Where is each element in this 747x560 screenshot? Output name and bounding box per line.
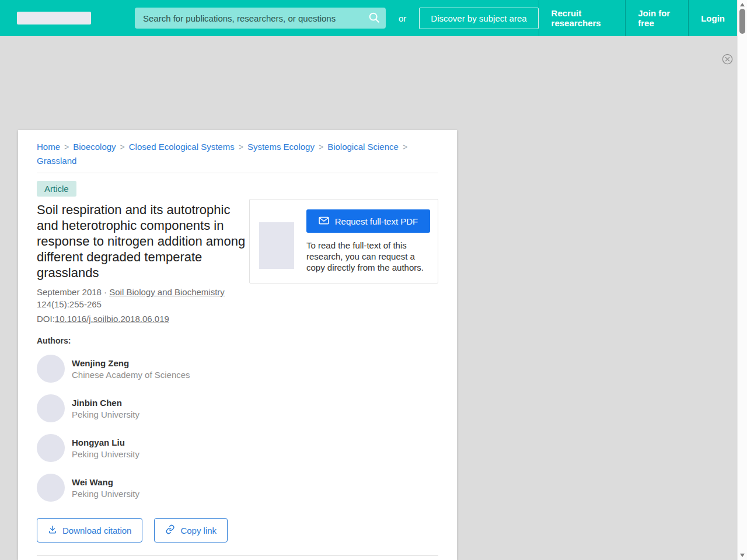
action-buttons: Download citation Copy link	[37, 518, 249, 542]
chevron-right-icon: >	[403, 142, 407, 152]
request-fulltext-card: Request full-text PDF To read the full-t…	[249, 199, 438, 284]
doi-label: DOI:	[37, 314, 55, 324]
search-button[interactable]	[365, 9, 383, 27]
search-box	[135, 8, 386, 29]
chevron-right-icon: >	[120, 142, 125, 152]
article-type-badge: Article	[37, 181, 76, 197]
copy-link-button[interactable]: Copy link	[154, 518, 228, 542]
avatar[interactable]	[37, 394, 65, 422]
download-icon	[48, 525, 57, 536]
request-fulltext-label: Request full-text PDF	[335, 216, 418, 226]
or-label: or	[399, 13, 406, 23]
chevron-right-icon: >	[239, 142, 243, 152]
author-info: Hongyan Liu Peking University	[72, 434, 139, 459]
author-name[interactable]: Wenjing Zeng	[72, 358, 190, 368]
request-column: Request full-text PDF To read the full-t…	[249, 197, 438, 542]
search-icon	[368, 11, 381, 26]
avatar[interactable]	[37, 355, 65, 383]
avatar[interactable]	[37, 474, 65, 502]
doi-link[interactable]: 10.1016/j.soilbio.2018.06.019	[55, 314, 169, 324]
close-icon[interactable]	[722, 54, 733, 65]
chevron-right-icon: >	[319, 142, 323, 152]
page-title: Soil respiration and its autotrophic and…	[37, 202, 249, 281]
author-info: Wei Wang Peking University	[72, 474, 139, 499]
breadcrumb-home[interactable]: Home	[37, 142, 60, 152]
request-content: Request full-text PDF To read the full-t…	[306, 209, 430, 273]
author-info: Jinbin Chen Peking University	[72, 394, 139, 419]
nav-recruit-researchers[interactable]: Recruit researchers	[539, 0, 626, 36]
author-name[interactable]: Hongyan Liu	[72, 438, 139, 447]
author-row[interactable]: Hongyan Liu Peking University	[37, 434, 249, 462]
authors-label: Authors:	[37, 336, 249, 345]
author-affiliation: Peking University	[72, 410, 139, 419]
breadcrumb-systems-ecology[interactable]: Systems Ecology	[247, 142, 315, 152]
download-citation-label: Download citation	[62, 526, 131, 536]
document-thumbnail	[259, 222, 294, 269]
vertical-scrollbar[interactable]	[737, 0, 747, 560]
chevron-right-icon: >	[64, 142, 69, 152]
author-info: Wenjing Zeng Chinese Academy of Sciences	[72, 355, 190, 380]
breadcrumb-closed-ecological-systems[interactable]: Closed Ecological Systems	[129, 142, 235, 152]
avatar[interactable]	[37, 434, 65, 462]
article-meta: September 2018 · Soil Biology and Bioche…	[37, 286, 249, 325]
nav-login[interactable]: Login	[688, 0, 737, 36]
breadcrumb-divider	[37, 173, 438, 173]
top-navigation-bar: or Discover by subject area Recruit rese…	[0, 0, 737, 36]
doi-line: DOI:10.1016/j.soilbio.2018.06.019	[37, 313, 249, 325]
scroll-down-arrow-icon[interactable]	[740, 554, 745, 557]
envelope-icon	[319, 216, 329, 226]
breadcrumb-biological-science[interactable]: Biological Science	[327, 142, 399, 152]
link-icon	[165, 524, 175, 536]
scrollbar-thumb[interactable]	[739, 9, 745, 34]
volume-pages: 124(15):255-265	[37, 298, 249, 310]
breadcrumb-bioecology[interactable]: Bioecology	[73, 142, 116, 152]
citations-references-row: Citations (66) References (69)	[37, 556, 438, 560]
journal-link[interactable]: Soil Biology and Biochemistry	[109, 287, 225, 297]
copy-link-label: Copy link	[180, 526, 217, 536]
nav-join-for-free[interactable]: Join for free	[625, 0, 688, 36]
discover-by-subject-button[interactable]: Discover by subject area	[419, 8, 538, 29]
publication-date-line: September 2018 · Soil Biology and Bioche…	[37, 286, 249, 298]
author-affiliation: Peking University	[72, 489, 139, 499]
request-fulltext-button[interactable]: Request full-text PDF	[306, 209, 430, 233]
author-row[interactable]: Wenjing Zeng Chinese Academy of Sciences	[37, 355, 249, 383]
request-description: To read the full-text of this research, …	[306, 240, 429, 273]
article-main-column: Soil respiration and its autotrophic and…	[37, 197, 249, 542]
publication-date: September 2018	[37, 287, 102, 297]
dot-separator: ·	[104, 287, 107, 297]
download-citation-button[interactable]: Download citation	[37, 518, 142, 542]
author-row[interactable]: Wei Wang Peking University	[37, 474, 249, 502]
author-affiliation: Peking University	[72, 449, 139, 459]
author-row[interactable]: Jinbin Chen Peking University	[37, 394, 249, 422]
author-name[interactable]: Wei Wang	[72, 477, 139, 487]
site-logo[interactable]	[17, 12, 91, 24]
article-card: Home > Bioecology > Closed Ecological Sy…	[18, 130, 457, 560]
author-name[interactable]: Jinbin Chen	[72, 398, 139, 408]
search-input[interactable]	[135, 8, 386, 29]
breadcrumb: Home > Bioecology > Closed Ecological Sy…	[37, 130, 438, 166]
scroll-up-arrow-icon[interactable]	[740, 3, 745, 6]
author-affiliation: Chinese Academy of Sciences	[72, 370, 190, 380]
breadcrumb-grassland[interactable]: Grassland	[37, 156, 76, 166]
